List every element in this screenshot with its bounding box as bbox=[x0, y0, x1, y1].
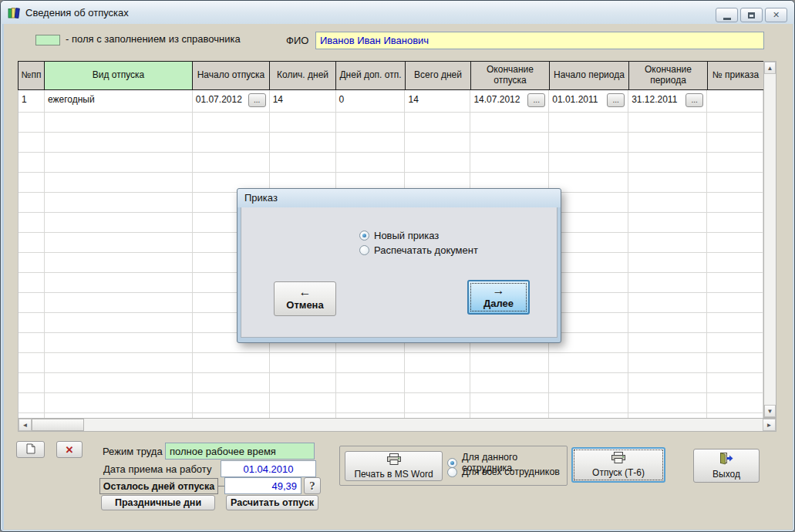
table-cell[interactable]: ежегодный bbox=[45, 90, 193, 113]
table-cell[interactable] bbox=[628, 193, 707, 213]
table-cell[interactable] bbox=[19, 173, 45, 193]
scroll-down-icon[interactable]: ▼ bbox=[764, 405, 776, 417]
table-cell[interactable] bbox=[270, 113, 336, 133]
table-cell[interactable] bbox=[549, 113, 628, 133]
table-cell[interactable] bbox=[45, 113, 193, 133]
table-cell[interactable] bbox=[628, 293, 707, 313]
table-cell[interactable] bbox=[45, 393, 193, 413]
table-cell[interactable] bbox=[19, 213, 45, 233]
table-cell[interactable]: 0 bbox=[336, 90, 406, 113]
table-cell[interactable] bbox=[470, 133, 549, 153]
scrollbar-thumb[interactable] bbox=[32, 419, 84, 431]
table-cell[interactable] bbox=[707, 393, 763, 413]
radio-icon[interactable] bbox=[359, 231, 369, 241]
next-button[interactable]: → Далее bbox=[467, 280, 530, 315]
table-cell[interactable] bbox=[707, 133, 763, 153]
table-cell[interactable]: 01.07.2012... bbox=[193, 90, 270, 113]
fio-input[interactable] bbox=[315, 32, 764, 49]
table-cell[interactable] bbox=[45, 193, 193, 213]
table-cell[interactable] bbox=[336, 393, 406, 413]
table-cell[interactable] bbox=[19, 313, 45, 333]
table-cell[interactable] bbox=[549, 353, 628, 373]
new-record-button[interactable] bbox=[16, 441, 45, 458]
table-cell[interactable] bbox=[45, 233, 193, 253]
table-cell[interactable] bbox=[336, 353, 406, 373]
table-cell[interactable] bbox=[19, 333, 45, 353]
close-button[interactable]: ✕ bbox=[765, 8, 787, 22]
table-cell[interactable] bbox=[45, 313, 193, 333]
table-cell[interactable] bbox=[707, 373, 763, 393]
table-cell[interactable] bbox=[19, 233, 45, 253]
date-picker-button[interactable]: ... bbox=[527, 93, 545, 107]
table-cell[interactable] bbox=[336, 373, 406, 393]
holidays-button[interactable]: Праздничные дни bbox=[101, 495, 215, 510]
table-cell[interactable] bbox=[270, 153, 336, 173]
table-cell[interactable]: 01.01.2011... bbox=[549, 90, 628, 113]
radio-new-order[interactable]: Новый приказ bbox=[359, 230, 439, 241]
scroll-up-icon[interactable]: ▲ bbox=[764, 62, 776, 74]
table-cell[interactable] bbox=[19, 373, 45, 393]
table-cell[interactable] bbox=[19, 293, 45, 313]
table-cell[interactable] bbox=[549, 393, 628, 413]
table-cell[interactable] bbox=[405, 353, 470, 373]
table-cell[interactable] bbox=[45, 293, 193, 313]
table-cell[interactable] bbox=[45, 333, 193, 353]
table-cell[interactable] bbox=[405, 133, 470, 153]
table-cell[interactable] bbox=[193, 373, 270, 393]
table-cell[interactable] bbox=[707, 313, 763, 333]
table-cell[interactable] bbox=[707, 113, 763, 133]
maximize-button[interactable] bbox=[740, 8, 763, 22]
table-cell[interactable] bbox=[628, 353, 707, 373]
table-cell[interactable] bbox=[45, 253, 193, 273]
table-cell[interactable] bbox=[707, 273, 763, 293]
table-cell[interactable] bbox=[19, 133, 45, 153]
table-cell[interactable] bbox=[470, 113, 549, 133]
date-picker-button[interactable]: ... bbox=[248, 93, 266, 107]
radio-all-employees[interactable]: Для всех сотрудников bbox=[447, 466, 560, 477]
table-cell[interactable] bbox=[270, 353, 336, 373]
table-cell[interactable] bbox=[270, 393, 336, 413]
table-cell[interactable] bbox=[707, 333, 763, 353]
table-cell[interactable]: 14 bbox=[405, 90, 470, 113]
table-cell[interactable] bbox=[470, 353, 549, 373]
print-word-button[interactable]: Печать в MS Word bbox=[345, 451, 443, 481]
table-cell[interactable] bbox=[628, 313, 707, 333]
scroll-right-icon[interactable]: ► bbox=[763, 419, 776, 431]
table-cell[interactable] bbox=[19, 353, 45, 373]
table-cell[interactable] bbox=[45, 153, 193, 173]
cancel-button[interactable]: ← Отмена bbox=[274, 281, 336, 316]
table-cell[interactable] bbox=[405, 113, 470, 133]
table-cell[interactable] bbox=[470, 373, 549, 393]
delete-record-button[interactable]: ✕ bbox=[56, 441, 83, 458]
table-cell[interactable] bbox=[549, 133, 628, 153]
table-cell[interactable] bbox=[193, 133, 270, 153]
table-cell[interactable] bbox=[707, 233, 763, 253]
table-cell[interactable] bbox=[19, 273, 45, 293]
table-cell[interactable] bbox=[628, 173, 707, 193]
table-cell[interactable] bbox=[193, 393, 270, 413]
table-cell[interactable] bbox=[707, 253, 763, 273]
help-button[interactable]: ? bbox=[304, 477, 321, 494]
table-cell[interactable] bbox=[628, 393, 707, 413]
table-cell[interactable] bbox=[45, 213, 193, 233]
table-cell[interactable] bbox=[707, 90, 763, 113]
table-cell[interactable] bbox=[628, 273, 707, 293]
days-left-field[interactable]: 49,39 bbox=[224, 477, 301, 494]
table-cell[interactable] bbox=[628, 233, 707, 253]
hire-date-field[interactable]: 01.04.2010 bbox=[221, 460, 316, 477]
table-cell[interactable] bbox=[45, 373, 193, 393]
table-cell[interactable] bbox=[405, 373, 470, 393]
scroll-left-icon[interactable]: ◄ bbox=[19, 419, 32, 431]
table-cell[interactable] bbox=[707, 293, 763, 313]
vacation-t6-button[interactable]: Отпуск (Т-6) bbox=[571, 447, 665, 483]
table-cell[interactable] bbox=[628, 373, 707, 393]
table-cell[interactable] bbox=[549, 153, 628, 173]
table-cell[interactable] bbox=[270, 373, 336, 393]
table-cell[interactable] bbox=[707, 353, 763, 373]
table-cell[interactable] bbox=[707, 193, 763, 213]
work-mode-field[interactable]: полное рабочее время bbox=[165, 443, 315, 460]
date-picker-button[interactable]: ... bbox=[607, 93, 625, 107]
table-cell[interactable] bbox=[707, 213, 763, 233]
table-cell[interactable] bbox=[193, 353, 270, 373]
table-cell[interactable] bbox=[45, 273, 193, 293]
